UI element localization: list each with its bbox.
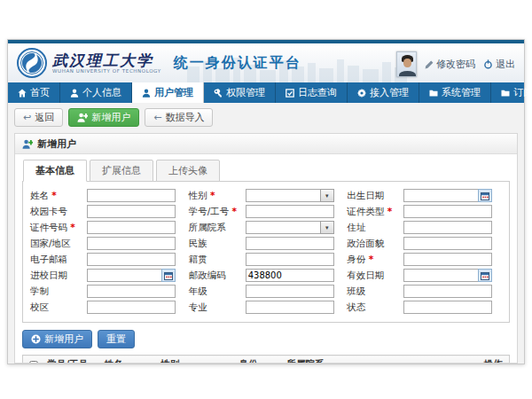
姓名-input[interactable]	[87, 189, 176, 202]
form-field-状态: 状态	[347, 301, 502, 314]
住址-input[interactable]	[403, 221, 492, 234]
new-user-toolbar-label: 新增用户	[91, 112, 130, 123]
学号/工号-input[interactable]	[246, 205, 334, 218]
user-avatar	[396, 51, 417, 77]
field-label: 年级	[189, 286, 246, 298]
field-label: 校园卡号	[30, 206, 87, 218]
logout-label: 退出	[496, 58, 515, 71]
data-import-button[interactable]: ← 数据导入	[145, 108, 213, 127]
column-header-性别: 性别	[158, 356, 236, 364]
panel-tab-基本信息[interactable]: 基本信息	[23, 160, 87, 182]
nav-tab-个人信息[interactable]: 个人信息	[60, 82, 132, 103]
home-icon	[18, 89, 27, 98]
nav-tab-用户管理[interactable]: 用户管理	[132, 82, 204, 103]
性别-input[interactable]	[246, 189, 321, 202]
所属院系-input[interactable]	[246, 221, 321, 234]
年级-input[interactable]	[246, 285, 334, 298]
dropdown-arrow-icon[interactable]: ▾	[320, 189, 334, 202]
证件号码-input[interactable]	[87, 221, 176, 234]
required-asterisk: *	[232, 206, 238, 216]
field-label: 姓名 *	[30, 190, 87, 202]
班级-input[interactable]	[403, 285, 492, 298]
nav-tab-权限管理[interactable]: 权限管理	[204, 82, 276, 103]
field-label: 状态	[347, 301, 403, 314]
person-icon	[142, 89, 151, 98]
field-label: 出生日期	[347, 190, 403, 202]
校园卡号-input[interactable]	[87, 205, 176, 218]
民族-input[interactable]	[246, 237, 334, 250]
back-button-label: 返回	[35, 112, 54, 123]
calendar-icon[interactable]	[161, 269, 176, 282]
政治面貌-input[interactable]	[403, 237, 492, 250]
back-button[interactable]: ↩ 返回	[14, 108, 63, 127]
gear-icon	[357, 89, 366, 98]
nav-tab-label: 首页	[30, 86, 50, 99]
select-all-header-cell	[23, 356, 44, 364]
field-label: 有效日期	[347, 270, 403, 282]
reset-label: 重置	[106, 333, 126, 345]
field-label: 身份 *	[347, 254, 403, 266]
panel-tab-上传头像[interactable]: 上传头像	[156, 160, 220, 182]
submit-new-user-button[interactable]: 新增用户	[22, 330, 92, 348]
国家/地区-input[interactable]	[87, 237, 176, 250]
calendar-icon[interactable]	[478, 269, 492, 282]
出生日期-input[interactable]	[403, 189, 479, 202]
form-buttons: 新增用户 重置	[22, 330, 510, 348]
field-label: 电子邮箱	[30, 254, 87, 266]
field-label: 进校日期	[30, 270, 87, 282]
new-user-toolbar-button[interactable]: 新增用户	[68, 108, 139, 127]
nav-tab-接入管理[interactable]: 接入管理	[348, 82, 419, 103]
left-arrow-icon: ←	[153, 113, 161, 122]
panel-tab-扩展信息[interactable]: 扩展信息	[90, 160, 153, 182]
邮政编码-input[interactable]	[246, 269, 334, 282]
状态-input[interactable]	[403, 301, 492, 314]
university-logo	[17, 48, 47, 78]
field-label: 籍贯	[189, 254, 246, 266]
校区-input[interactable]	[87, 301, 176, 314]
nav-tab-label: 系统管理	[442, 86, 481, 99]
basic-info-form: 姓名 *性别 *▾出生日期 校园卡号 学号/工号 *证件类型 *证件号码 *所属…	[22, 181, 510, 323]
进校日期-input[interactable]	[87, 269, 162, 282]
change-password-link[interactable]: 修改密码	[425, 58, 475, 71]
dropdown-arrow-icon[interactable]: ▾	[320, 221, 334, 234]
form-field-政治面貌: 政治面貌	[347, 237, 502, 250]
field-label: 校区	[30, 301, 87, 314]
form-field-姓名: 姓名 *	[30, 189, 185, 202]
platform-title: 统一身份认证平台	[174, 54, 301, 73]
user-plus-icon	[22, 139, 33, 149]
table-header-row: 学号/工号姓名性别身份所属院系操作	[23, 356, 510, 364]
panel-body: 基本信息扩展信息上传头像 姓名 *性别 *▾出生日期 校园卡号 学号/工号 *证…	[15, 154, 517, 364]
学制-input[interactable]	[87, 285, 176, 298]
nav-tab-label: 接入管理	[370, 86, 409, 99]
form-grid: 姓名 *性别 *▾出生日期 校园卡号 学号/工号 *证件类型 *证件号码 *所属…	[30, 189, 502, 314]
form-field-校区: 校区	[30, 301, 185, 314]
nav-tab-订阅管理[interactable]: 订阅管理	[491, 82, 532, 103]
panel-title: 新增用户	[37, 137, 76, 151]
reset-button[interactable]: 重置	[98, 330, 135, 348]
nav-tab-系统管理[interactable]: 系统管理	[419, 82, 491, 103]
身份-input[interactable]	[403, 253, 492, 266]
submit-new-user-label: 新增用户	[44, 333, 83, 345]
panel-tabs: 基本信息扩展信息上传头像	[22, 160, 510, 182]
select-all-checkbox[interactable]	[29, 361, 38, 364]
form-field-电子邮箱: 电子邮箱	[30, 253, 185, 266]
field-label: 住址	[347, 222, 403, 234]
logout-link[interactable]: 退出	[483, 58, 515, 71]
证件类型-input[interactable]	[403, 205, 492, 218]
form-field-有效日期: 有效日期	[347, 269, 502, 282]
nav-tab-日志查询[interactable]: 日志查询	[276, 82, 348, 103]
有效日期-input[interactable]	[403, 269, 479, 282]
form-field-所属院系: 所属院系 ▾	[189, 221, 344, 234]
key-icon	[214, 89, 223, 98]
calendar-icon[interactable]	[478, 189, 492, 202]
电子邮箱-input[interactable]	[87, 253, 176, 266]
power-icon	[483, 59, 493, 69]
field-label: 国家/地区	[30, 238, 87, 250]
user-list-table: 学号/工号姓名性别身份所属院系操作	[22, 355, 510, 364]
nav-tab-首页[interactable]: 首页	[8, 82, 60, 103]
籍贯-input[interactable]	[246, 253, 334, 266]
form-field-身份: 身份 *	[347, 253, 502, 266]
nav-tab-label: 订阅管理	[513, 86, 532, 99]
专业-input[interactable]	[246, 301, 334, 314]
form-field-校园卡号: 校园卡号	[30, 205, 185, 218]
